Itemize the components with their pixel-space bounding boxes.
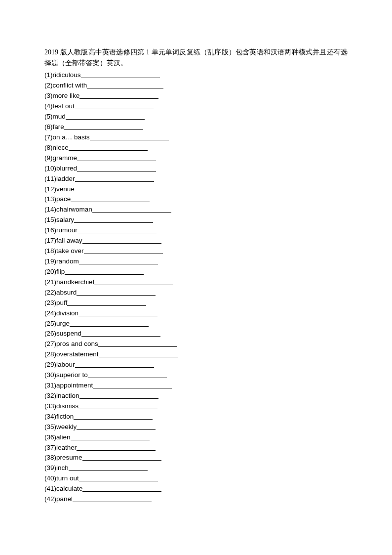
answer-blank[interactable] (74, 413, 153, 420)
answer-blank[interactable] (79, 392, 158, 399)
list-item: (21)handkerchief (44, 277, 348, 288)
answer-blank[interactable] (79, 92, 158, 99)
answer-blank[interactable] (98, 341, 177, 347)
list-item: (6)fare (44, 122, 348, 132)
answer-blank[interactable] (64, 123, 143, 130)
list-item: (11)ladder (44, 174, 348, 184)
item-label: (26)suspend (44, 329, 81, 339)
item-label: (1)ridiculous (44, 70, 81, 81)
item-label: (40)turn out (44, 473, 79, 484)
list-item: (27)pros and cons (44, 339, 348, 349)
answer-blank[interactable] (75, 175, 154, 182)
list-item: (23)puff (44, 298, 348, 308)
list-item: (35)weekly (44, 422, 348, 432)
answer-blank[interactable] (93, 382, 172, 389)
answer-blank[interactable] (82, 485, 161, 492)
list-item: (37)leather (44, 443, 348, 453)
item-label: (31)appointment (44, 381, 93, 391)
answer-blank[interactable] (92, 206, 171, 213)
answer-blank[interactable] (78, 402, 157, 409)
answer-blank[interactable] (82, 454, 161, 461)
item-label: (16)rumour (44, 225, 78, 236)
answer-blank[interactable] (77, 289, 156, 296)
answer-blank[interactable] (88, 372, 167, 379)
list-item: (29)labour (44, 360, 348, 370)
answer-blank[interactable] (84, 248, 163, 255)
item-label: (13)pace (44, 194, 71, 205)
answer-blank[interactable] (82, 237, 161, 244)
item-label: (28)overstatement (44, 349, 99, 360)
answer-blank[interactable] (78, 227, 157, 234)
item-label: (19)random (44, 256, 79, 267)
item-label: (39)inch (44, 463, 69, 473)
answer-blank[interactable] (69, 144, 148, 151)
answer-blank[interactable] (77, 444, 156, 451)
list-item: (38)presume (44, 453, 348, 463)
item-label: (23)puff (44, 298, 67, 308)
item-label: (12)venue (44, 184, 75, 195)
answer-blank[interactable] (70, 320, 149, 327)
list-item: (19)random (44, 256, 348, 267)
answer-blank[interactable] (77, 154, 156, 161)
answer-blank[interactable] (79, 257, 158, 264)
answer-blank[interactable] (94, 278, 173, 285)
list-item: (39)inch (44, 463, 348, 473)
answer-blank[interactable] (87, 82, 163, 89)
item-label: (29)labour (44, 360, 75, 370)
item-label: (8)niece (44, 143, 69, 153)
answer-blank[interactable] (79, 475, 158, 482)
answer-blank[interactable] (67, 299, 146, 306)
answer-blank[interactable] (75, 361, 154, 368)
item-label: (22)absurd (44, 288, 77, 298)
answer-blank[interactable] (66, 113, 145, 120)
item-label: (6)fare (44, 122, 64, 132)
list-item: (28)overstatement (44, 349, 348, 360)
item-label: (30)superior to (44, 370, 88, 381)
item-label: (4)test out (44, 101, 75, 112)
item-label: (3)more like (44, 91, 79, 101)
answer-blank[interactable] (81, 330, 160, 337)
answer-blank[interactable] (81, 72, 160, 79)
items-list: (1)ridiculous(2)conflict with(3)more lik… (44, 70, 348, 505)
list-item: (3)more like (44, 91, 348, 101)
list-item: (7)on a… basis (44, 132, 348, 143)
item-label: (2)conflict with (44, 81, 87, 91)
list-item: (13)pace (44, 194, 348, 205)
answer-blank[interactable] (77, 423, 156, 430)
answer-blank[interactable] (78, 309, 157, 316)
item-label: (42)panel (44, 494, 73, 505)
item-label: (32)inaction (44, 391, 79, 401)
list-item: (40)turn out (44, 473, 348, 484)
list-item: (14)chairwoman (44, 205, 348, 215)
answer-blank[interactable] (77, 165, 156, 171)
answer-blank[interactable] (99, 351, 178, 358)
item-label: (35)weekly (44, 422, 77, 432)
list-item: (33)dismiss (44, 401, 348, 412)
answer-blank[interactable] (74, 216, 153, 223)
item-label: (37)leather (44, 443, 77, 453)
item-label: (36)alien (44, 432, 71, 443)
answer-blank[interactable] (75, 103, 154, 110)
item-label: (41)calculate (44, 484, 82, 494)
list-item: (17)fall away (44, 236, 348, 246)
item-label: (10)blurred (44, 164, 77, 174)
item-label: (14)chairwoman (44, 205, 92, 215)
list-item: (8)niece (44, 143, 348, 153)
answer-blank[interactable] (71, 196, 150, 203)
answer-blank[interactable] (73, 496, 152, 503)
list-item: (26)suspend (44, 329, 348, 339)
answer-blank[interactable] (65, 268, 144, 275)
list-item: (15)salary (44, 215, 348, 225)
list-item: (25)urge (44, 319, 348, 329)
list-item: (41)calculate (44, 484, 348, 494)
answer-blank[interactable] (90, 133, 169, 140)
answer-blank[interactable] (71, 433, 150, 440)
item-label: (11)ladder (44, 174, 75, 184)
answer-blank[interactable] (75, 185, 154, 192)
list-item: (18)take over (44, 246, 348, 256)
list-item: (42)panel (44, 494, 348, 505)
list-item: (9)gramme (44, 153, 348, 164)
list-item: (4)test out (44, 101, 348, 112)
answer-blank[interactable] (69, 465, 148, 471)
list-item: (1)ridiculous (44, 70, 348, 81)
